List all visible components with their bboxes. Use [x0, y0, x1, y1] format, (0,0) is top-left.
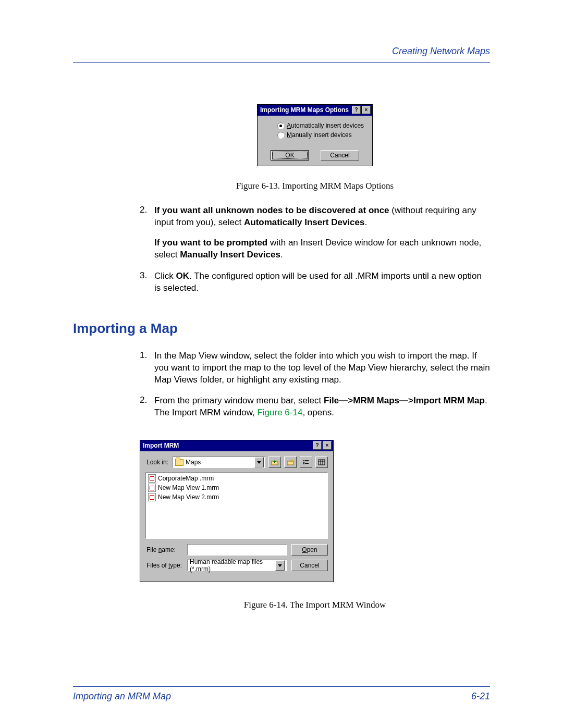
file-item[interactable]: New Map View 2.mrm — [148, 493, 325, 501]
page-number: 6-21 — [471, 691, 490, 702]
header-section: Creating Network Maps — [73, 42, 490, 62]
figure-6-14-caption: Figure 6-14. The Import MRM Window — [140, 600, 490, 610]
new-folder-icon[interactable] — [284, 456, 297, 468]
filetype-dropdown[interactable]: Human readable map files (*.mrm) — [187, 560, 287, 571]
list-view-icon[interactable] — [300, 456, 312, 468]
options-dialog-title: Importing MRM Maps Options — [260, 106, 351, 114]
help-icon[interactable]: ? — [313, 441, 322, 450]
file-list[interactable]: CorporateMap .mrm New Map View 1.mrm New… — [145, 472, 328, 539]
list-item: Click OK. The configured option will be … — [154, 270, 490, 294]
list-number: 2. — [140, 395, 154, 419]
figure-6-13-caption: Figure 6-13. Importing MRM Maps Options — [140, 181, 490, 191]
svg-rect-3 — [305, 460, 309, 461]
cancel-button[interactable]: Cancel — [291, 560, 328, 571]
filename-input[interactable] — [187, 544, 287, 556]
look-in-dropdown[interactable]: Maps — [173, 456, 265, 468]
list-number: 2. — [140, 205, 154, 261]
cancel-button[interactable]: Cancel — [321, 150, 359, 161]
svg-rect-2 — [303, 460, 304, 461]
svg-rect-1 — [287, 461, 293, 465]
close-icon[interactable]: × — [323, 441, 332, 450]
radio-selected-icon — [277, 122, 284, 129]
radio-manual-insert[interactable]: Manually insert devices — [277, 131, 365, 139]
radio-unselected-icon — [277, 132, 284, 139]
chevron-down-icon[interactable] — [254, 457, 264, 467]
figure-reference-link[interactable]: Figure 6-14 — [257, 408, 302, 417]
filetype-label: Files of type: — [146, 562, 183, 569]
svg-rect-7 — [305, 463, 309, 464]
look-in-label: Look in: — [146, 459, 169, 466]
mrm-file-icon — [148, 484, 156, 492]
close-icon[interactable]: × — [362, 106, 371, 114]
folder-icon — [175, 459, 183, 466]
radio-auto-label: Automatically insert devices — [287, 122, 364, 129]
list-item: From the primary window menu bar, select… — [154, 395, 490, 419]
list-number: 3. — [140, 270, 154, 294]
import-dialog-titlebar: Import MRM ? × — [140, 440, 333, 451]
details-view-icon[interactable] — [315, 456, 328, 468]
options-dialog-titlebar: Importing MRM Maps Options ? × — [258, 105, 372, 116]
svg-rect-4 — [303, 462, 304, 463]
import-dialog-title: Import MRM — [143, 442, 312, 449]
radio-auto-insert[interactable]: Automatically insert devices — [277, 122, 365, 129]
svg-rect-6 — [303, 463, 304, 464]
open-button[interactable]: Open — [291, 544, 328, 556]
options-dialog: Importing MRM Maps Options ? × Automatic… — [257, 104, 373, 166]
file-item[interactable]: CorporateMap .mrm — [148, 474, 325, 483]
ok-button[interactable]: OK — [271, 150, 309, 161]
help-icon[interactable]: ? — [352, 106, 361, 114]
import-mrm-dialog: Import MRM ? × Look in: Maps — [140, 440, 334, 582]
chevron-down-icon[interactable] — [275, 560, 285, 571]
radio-manual-label: Manually insert devices — [287, 131, 352, 139]
list-number: 1. — [140, 350, 154, 386]
list-item: If you want all unknown nodes to be disc… — [154, 205, 490, 261]
up-one-level-icon[interactable] — [268, 456, 281, 468]
heading-importing-map: Importing a Map — [73, 320, 490, 337]
filename-label: File name: — [146, 546, 183, 553]
svg-rect-5 — [305, 462, 309, 462]
look-in-value: Maps — [186, 459, 201, 466]
svg-rect-8 — [319, 460, 325, 465]
footer-section: Importing an MRM Map — [73, 691, 171, 702]
file-item[interactable]: New Map View 1.mrm — [148, 484, 325, 492]
list-item: In the Map View window, select the folde… — [154, 350, 490, 386]
mrm-file-icon — [148, 493, 156, 501]
mrm-file-icon — [148, 474, 156, 483]
